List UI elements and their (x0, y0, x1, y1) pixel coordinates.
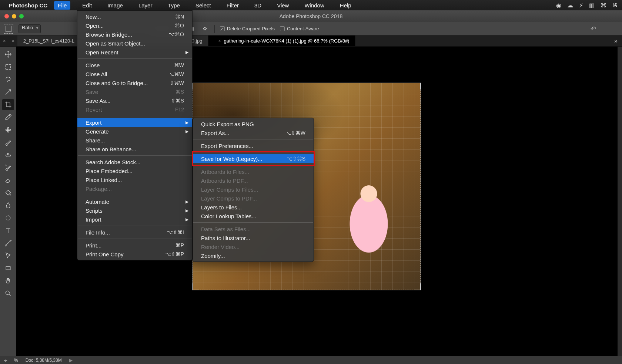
tab-scroll-icon[interactable]: » (9, 36, 17, 46)
menu-item-label: Generate (86, 128, 184, 135)
crop-handle-bottom-left[interactable] (193, 283, 199, 290)
menu-item-label: Scripts (86, 208, 184, 214)
menu-layer[interactable]: Layer (135, 1, 156, 10)
bolt-icon[interactable]: ⚡︎ (579, 2, 583, 9)
move-tool[interactable] (2, 49, 14, 60)
menu-image[interactable]: Image (104, 1, 127, 10)
healing-brush-tool[interactable] (2, 124, 14, 135)
menu-type[interactable]: Type (164, 1, 184, 10)
submenu-arrow-icon: ▶ (185, 208, 188, 213)
close-tab-icon[interactable]: × (218, 38, 221, 44)
file-menu-item[interactable]: Place Linked... (77, 175, 192, 184)
document-tab[interactable]: 2_P15L_S7H_cs4120-L (17, 36, 80, 46)
crop-tool[interactable] (2, 99, 14, 110)
paint-bucket-tool[interactable] (2, 187, 14, 198)
right-panel-edge[interactable] (618, 47, 622, 356)
file-menu-item[interactable]: Scripts▶ (77, 206, 192, 215)
cc-icon[interactable]: ⌘ (601, 2, 606, 9)
file-menu-item[interactable]: Import▶ (77, 215, 192, 224)
menu-help[interactable]: Help (336, 1, 355, 10)
file-menu-item[interactable]: Browse in Bridge...⌥⌘O (77, 30, 192, 39)
check-circle-icon[interactable]: ◉ (556, 2, 561, 9)
crop-handle-top-right[interactable] (414, 83, 421, 90)
export-menu-item[interactable]: Export Preferences... (193, 141, 314, 150)
brush-tool[interactable] (2, 137, 14, 148)
file-menu-item[interactable]: Search Adobe Stock... (77, 158, 192, 166)
crop-handle-top-left[interactable] (193, 83, 199, 90)
file-menu-item[interactable]: Close All⌥⌘W (77, 70, 192, 78)
marquee-tool[interactable] (2, 61, 14, 73)
file-menu-item[interactable]: Close⌘W (77, 61, 192, 70)
menu-edit[interactable]: Edit (78, 1, 96, 10)
menu-item-label: Place Embedded... (86, 168, 184, 174)
export-menu-item[interactable]: Save for Web (Legacy)...⌥⇧⌘S (193, 154, 314, 163)
path-tool[interactable] (2, 237, 14, 249)
zoom-percent[interactable]: % (14, 358, 18, 363)
menu-file[interactable]: File (54, 1, 70, 10)
menu-item-label: Paths to Illustrator... (201, 235, 305, 241)
export-menu-item[interactable]: Export As...⌥⇧⌘W (193, 128, 314, 137)
file-menu-item[interactable]: New...⌘N (77, 12, 192, 21)
crop-tool-icon[interactable] (4, 24, 13, 34)
file-menu-item[interactable]: Place Embedded... (77, 166, 192, 175)
zoom-stepper-icon[interactable]: ◂▸ (4, 358, 7, 363)
sponge-tool[interactable] (2, 212, 14, 223)
window-minimize-button[interactable] (12, 14, 16, 18)
type-tool[interactable] (2, 225, 14, 236)
menu-select[interactable]: Select (192, 1, 215, 10)
eyedropper-tool[interactable] (2, 112, 14, 123)
eraser-tool[interactable] (2, 175, 14, 186)
tab-overflow-icon[interactable]: » (610, 36, 622, 46)
file-menu-item[interactable]: Share... (77, 136, 192, 145)
menu-item-label: Print One Copy (86, 251, 165, 257)
file-menu-item[interactable]: File Info...⌥⇧⌘I (77, 228, 192, 237)
clone-stamp-tool[interactable] (2, 149, 14, 161)
file-menu-item[interactable]: Share on Behance... (77, 145, 192, 154)
blur-tool[interactable] (2, 200, 14, 211)
spiral-icon[interactable]: ֎ (612, 2, 618, 9)
hand-tool[interactable] (2, 275, 14, 286)
file-menu-item[interactable]: Print One Copy⌥⇧⌘P (77, 250, 192, 259)
lasso-tool[interactable] (2, 74, 14, 85)
reset-crop-icon[interactable]: ↶ (591, 25, 618, 33)
menu-view[interactable]: View (273, 1, 292, 10)
menu-item-label: Share on Behance... (86, 146, 184, 152)
status-disclosure-icon[interactable]: ▶ (69, 358, 73, 363)
crop-ratio-select[interactable]: Ratio (19, 24, 41, 33)
menu-item-shortcut: ⌘W (174, 62, 184, 68)
menu-3d[interactable]: 3D (251, 1, 265, 10)
export-menu-item[interactable]: Quick Export as PNG (193, 119, 314, 128)
history-brush-tool[interactable] (2, 162, 14, 173)
file-menu-item[interactable]: Export▶ (77, 118, 192, 127)
file-menu-item[interactable]: Close and Go to Bridge...⇧⌘W (77, 78, 192, 87)
file-menu-item[interactable]: Generate▶ (77, 127, 192, 136)
export-menu-item[interactable]: Color Lookup Tables... (193, 212, 314, 220)
content-aware-label: Content-Aware (287, 26, 319, 31)
cloud-icon[interactable]: ☁︎ (567, 2, 573, 9)
file-menu-item[interactable]: Print...⌘P (77, 241, 192, 250)
file-menu-item[interactable]: Open Recent▶ (77, 48, 192, 57)
magic-wand-tool[interactable] (2, 87, 14, 98)
menu-filter[interactable]: Filter (223, 1, 243, 10)
document-tab-active[interactable]: × gathering-in-cafe-WGX78K4 (1) (1).jpg … (208, 36, 355, 46)
delete-cropped-checkbox[interactable]: ✓ Delete Cropped Pixels (220, 26, 275, 31)
file-menu-item[interactable]: Open as Smart Object... (77, 39, 192, 48)
file-menu-item[interactable]: Open...⌘O (77, 21, 192, 30)
direct-select-tool[interactable] (2, 250, 14, 261)
rectangle-tool[interactable] (2, 263, 14, 274)
calendar-icon[interactable]: ▥ (589, 2, 595, 9)
window-zoom-button[interactable] (19, 14, 24, 18)
crop-settings-icon[interactable]: ✿ (201, 25, 209, 33)
content-aware-checkbox[interactable]: Content-Aware (280, 26, 319, 31)
window-close-button[interactable] (4, 14, 9, 18)
export-menu-item[interactable]: Zoomify... (193, 251, 314, 260)
file-menu-item[interactable]: Save As...⇧⌘S (77, 96, 192, 105)
zoom-tool[interactable] (2, 288, 14, 299)
export-menu-item[interactable]: Paths to Illustrator... (193, 233, 314, 242)
export-menu-item[interactable]: Layers to Files... (193, 203, 314, 212)
file-menu-item[interactable]: Automate▶ (77, 197, 192, 206)
menu-window[interactable]: Window (301, 1, 328, 10)
crop-handle-bottom-right[interactable] (414, 283, 421, 290)
tab-close-all-icon[interactable]: × (0, 36, 9, 46)
mac-app-name[interactable]: Photoshop CC (9, 2, 47, 9)
